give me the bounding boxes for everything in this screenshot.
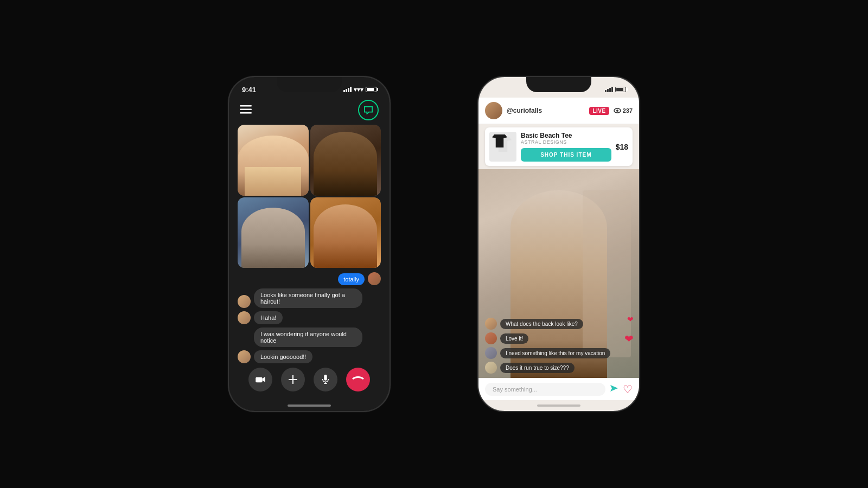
product-price-area: $18	[616, 143, 628, 151]
scene: 9:41 ▾▾▾	[228, 76, 640, 412]
msg-bubble-haha: Haha!	[254, 311, 283, 324]
chat-messages: totally Looks like someone finally got a…	[229, 270, 390, 363]
product-brand: ASTRAL DESIGNS	[521, 139, 611, 145]
signal-bar-p2-4	[611, 87, 613, 92]
live-shopping-screen: @curiofalls LIVE 237	[478, 77, 639, 411]
message-haircut: Looks like someone finally got a haircut…	[238, 288, 381, 308]
product-card: Basic Beach Tee ASTRAL DESIGNS SHOP THIS…	[485, 127, 633, 166]
product-thumbnail	[489, 132, 516, 162]
svg-rect-7	[324, 375, 327, 381]
live-message-2: Love it!	[485, 332, 633, 344]
message-totally: totally	[238, 272, 381, 285]
msg-avatar-3	[238, 350, 251, 363]
msg-avatar-2	[238, 311, 251, 324]
live-bubble-1: What does the back look like?	[500, 319, 583, 329]
battery-fill-phone2	[616, 88, 623, 91]
viewer-number: 237	[623, 107, 633, 114]
call-controls	[229, 363, 390, 400]
camera-button[interactable]	[248, 368, 272, 391]
message-haha: Haha!	[238, 311, 381, 324]
video-grid	[229, 125, 390, 268]
live-badge: LIVE	[589, 107, 609, 115]
msg-bubble-lookin: Lookin goooood!!	[254, 350, 312, 363]
chat-icon-button[interactable]	[358, 100, 379, 120]
home-bar-phone1	[229, 400, 390, 411]
mic-button[interactable]	[314, 368, 337, 391]
message-bubble-totally: totally	[338, 273, 365, 285]
signal-bar-4	[350, 87, 352, 92]
product-price: $18	[616, 143, 628, 151]
video-cell-3	[238, 197, 309, 268]
message-lookin: Lookin goooood!!	[238, 350, 381, 363]
streamer-username: @curiofalls	[507, 107, 585, 114]
heart-like-button[interactable]: ♡	[623, 383, 633, 396]
live-input-placeholder: Say something...	[493, 386, 537, 393]
live-bubble-4: Does it run true to size???	[500, 363, 575, 373]
video-cell-1	[238, 125, 309, 196]
menu-icon[interactable]	[240, 104, 252, 117]
live-chat-overlay: What does the back look like? Love it!	[478, 313, 639, 378]
user-avatar-sent-1	[368, 272, 381, 285]
message-wondering: I was wondering if anyone would notice	[238, 328, 381, 347]
live-video-area: ❤ ❤ What does the back look like?	[478, 169, 639, 378]
battery-fill	[367, 88, 374, 91]
battery-icon-phone2	[615, 87, 626, 92]
live-bubble-2: Love it!	[500, 333, 528, 344]
signal-bar-p2-1	[605, 90, 607, 92]
signal-icon	[343, 87, 352, 92]
wifi-icon: ▾▾▾	[354, 86, 363, 93]
signal-bar-p2-3	[609, 88, 611, 92]
svg-rect-2	[240, 112, 252, 114]
svg-rect-6	[289, 379, 297, 380]
streamer-header: @curiofalls LIVE 237	[478, 98, 639, 124]
live-avatar-2	[485, 332, 497, 344]
add-button[interactable]	[281, 368, 305, 391]
end-call-button[interactable]	[346, 368, 370, 391]
live-message-4: Does it run true to size???	[485, 362, 633, 374]
signal-bar-2	[346, 89, 347, 92]
signal-bar-3	[348, 88, 349, 92]
status-icons-phone2	[605, 87, 626, 92]
msg-avatar-1	[238, 295, 251, 308]
send-icon[interactable]	[610, 384, 618, 394]
phone-video-call: 9:41 ▾▾▾	[228, 76, 391, 412]
live-message-3: I need something like this for my vacati…	[485, 347, 633, 359]
signal-icon-phone2	[605, 87, 613, 92]
live-avatar-4	[485, 362, 497, 374]
product-name: Basic Beach Tee	[521, 132, 611, 139]
svg-point-11	[616, 110, 618, 112]
video-call-screen: 9:41 ▾▾▾	[229, 77, 390, 411]
live-avatar-3	[485, 347, 497, 359]
home-indicator-phone1	[288, 404, 331, 407]
status-icons-phone1: ▾▾▾	[343, 86, 376, 93]
live-input-bar: Say something... ♡	[478, 378, 639, 400]
status-bar-phone2	[478, 77, 639, 98]
viewer-count: 237	[614, 107, 633, 114]
shop-button[interactable]: SHOP THIS ITEM	[521, 148, 611, 162]
svg-rect-1	[240, 108, 252, 110]
streamer-avatar	[485, 102, 502, 119]
video-cell-4	[310, 197, 381, 268]
video-call-header	[229, 98, 390, 125]
battery-icon	[366, 87, 376, 92]
video-cell-2	[310, 125, 381, 196]
signal-bar-p2-2	[607, 89, 609, 92]
live-message-1: What does the back look like?	[485, 318, 633, 330]
home-bar-phone2	[478, 400, 639, 411]
live-message-input[interactable]: Say something...	[485, 383, 605, 396]
live-bubble-3: I need something like this for my vacati…	[500, 348, 610, 358]
signal-bar-1	[343, 90, 345, 92]
svg-marker-4	[263, 377, 265, 382]
msg-bubble-haircut: Looks like someone finally got a haircut…	[254, 288, 362, 308]
svg-rect-0	[240, 105, 252, 107]
live-avatar-1	[485, 318, 497, 330]
status-time-phone1: 9:41	[242, 86, 256, 94]
svg-rect-3	[256, 377, 262, 383]
status-bar-phone1: 9:41 ▾▾▾	[229, 77, 390, 98]
msg-bubble-wondering: I was wondering if anyone would notice	[254, 328, 362, 347]
product-info: Basic Beach Tee ASTRAL DESIGNS SHOP THIS…	[521, 132, 611, 162]
home-indicator-phone2	[537, 404, 580, 407]
phone-live-shopping: @curiofalls LIVE 237	[477, 76, 640, 412]
